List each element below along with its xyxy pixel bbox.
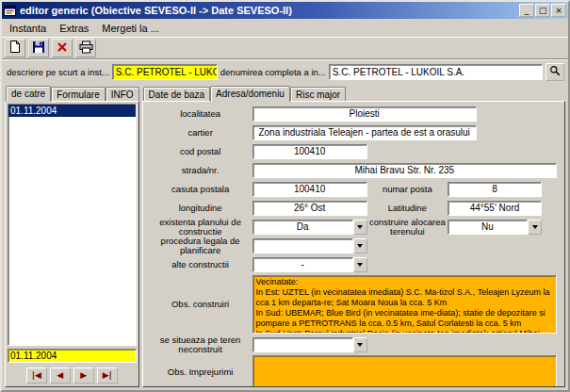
cod-postal-input[interactable]: 100410	[252, 144, 367, 159]
row-casuta-numar: casuta postala 100410 numar posta 8	[149, 180, 559, 198]
full-name-label: denumirea completa a in...	[220, 67, 326, 77]
first-record-button[interactable]: |◀	[26, 368, 47, 384]
strada-label: strada/nr.	[149, 166, 252, 175]
teren-neconstruit-combo[interactable]	[252, 337, 367, 352]
toolbar	[2, 37, 568, 59]
main-area: de catre Formulare INFO 01.11.2004 01.11…	[2, 83, 568, 390]
tab-date-de-baza[interactable]: Date de baza	[143, 87, 211, 101]
full-name-input[interactable]: S.C. PETROTEL - LUKOIL S.A.	[329, 64, 543, 80]
alte-constructii-value: -	[252, 257, 353, 272]
left-panel-body: 01.11.2004 01.11.2004 |◀ ◀ ▶ ▶|	[5, 101, 139, 387]
short-description-label: descriere pe scurt a inst...	[7, 67, 109, 77]
plan-constructie-combo[interactable]: Da	[252, 220, 367, 235]
cartier-input[interactable]: Zona industriala Teleajen - partea de es…	[252, 125, 477, 140]
current-date-field[interactable]: 01.11.2004	[8, 349, 137, 363]
delete-button[interactable]	[52, 39, 73, 57]
printer-icon	[79, 41, 93, 57]
tab-info[interactable]: INFO	[106, 87, 139, 101]
longitudine-input[interactable]: 26° Ost	[252, 201, 367, 216]
magnifier-icon	[549, 65, 561, 79]
row-cartier: cartier Zona industriala Teleajen - part…	[149, 123, 559, 141]
tab-formulare[interactable]: Formulare	[51, 87, 106, 101]
print-button[interactable]	[75, 39, 96, 57]
minimize-button[interactable]: _	[519, 4, 534, 17]
latitudine-label: Latitudine	[367, 204, 448, 213]
longitudine-label: longitudine	[149, 204, 252, 213]
construire-alocare-value: Nu	[448, 220, 528, 235]
list-item-date[interactable]: 01.11.2004	[8, 105, 136, 117]
window-controls: _ □ ×	[519, 4, 566, 17]
localitatea-label: localitatea	[149, 109, 252, 119]
new-document-button[interactable]	[5, 39, 25, 57]
casuta-postala-label: casuta postala	[149, 185, 252, 194]
row-cod-postal: cod postal 100410	[149, 142, 559, 160]
obs-construiri-label: Obs. construiri	[149, 300, 252, 309]
window-title: editor generic (Obiective SEVESO-II -> D…	[20, 5, 516, 16]
row-plan-constructie: existenta planului de constructie Da con…	[149, 218, 559, 236]
title-bar: editor generic (Obiective SEVESO-II -> D…	[2, 2, 568, 19]
numar-posta-input[interactable]: 8	[448, 182, 542, 197]
plan-constructie-value: Da	[252, 220, 353, 235]
cod-postal-label: cod postal	[149, 147, 252, 156]
tab-risc-major[interactable]: Risc major	[290, 87, 346, 101]
tab-adresa-domeniu[interactable]: Adresa/domeniu	[210, 86, 290, 102]
chevron-down-icon[interactable]	[353, 337, 367, 352]
record-navigation: |◀ ◀ ▶ ▶|	[8, 366, 137, 384]
search-button[interactable]	[546, 63, 564, 81]
previous-record-button[interactable]: ◀	[50, 368, 71, 384]
row-obs-imprejurimi: Obs. Imprejurimi	[149, 354, 559, 387]
address-form: localitatea Ploiesti cartier Zona indust…	[142, 101, 565, 387]
menu-extras[interactable]: Extras	[54, 21, 94, 36]
last-record-button[interactable]: ▶|	[97, 368, 118, 384]
procedura-value	[252, 238, 353, 253]
row-strada: strada/nr. Mihai Bravu Str. Nr. 235	[149, 161, 559, 179]
strada-input[interactable]: Mihai Bravu Str. Nr. 235	[252, 163, 557, 178]
numar-posta-label: numar posta	[367, 185, 448, 194]
casuta-postala-input[interactable]: 100410	[252, 182, 367, 197]
menu-bar: Instanta Extras Mergeti la ...	[2, 19, 568, 37]
row-alte-constructii: alte constructii -	[149, 255, 559, 273]
procedura-label: procedura legala de planificare	[149, 237, 252, 255]
menu-instanta[interactable]: Instanta	[4, 21, 52, 36]
chevron-down-icon[interactable]	[353, 257, 367, 272]
close-button[interactable]: ×	[551, 4, 566, 17]
delete-icon	[57, 41, 68, 56]
save-icon	[32, 41, 45, 57]
maximize-button[interactable]: □	[535, 4, 550, 17]
obs-imprejurimi-textarea[interactable]	[252, 355, 557, 387]
obs-construiri-textarea[interactable]: Vecinatate: In Est: UZTEL (in vecinatate…	[252, 275, 557, 334]
row-teren-neconstruit: se situeaza pe teren neconstruit	[149, 335, 559, 353]
row-obs-construiri: Obs. construiri Vecinatate: In Est: UZTE…	[149, 274, 559, 335]
date-list[interactable]: 01.11.2004	[8, 104, 137, 346]
row-procedura: procedura legala de planificare	[149, 237, 559, 254]
alte-constructii-combo[interactable]: -	[252, 257, 367, 272]
left-tab-bar: de catre Formulare INFO	[5, 85, 139, 101]
cartier-label: cartier	[149, 128, 252, 138]
teren-neconstruit-value	[252, 337, 353, 352]
teren-neconstruit-label: se situeaza pe teren neconstruit	[149, 335, 252, 354]
alte-constructii-label: alte constructii	[149, 260, 252, 270]
obs-imprejurimi-label: Obs. Imprejurimi	[149, 368, 252, 377]
right-panel: Date de baza Adresa/domeniu Risc major l…	[142, 85, 565, 387]
procedura-combo[interactable]	[252, 238, 367, 253]
plan-constructie-label: existenta planului de constructie	[149, 218, 252, 237]
chevron-down-icon[interactable]	[528, 220, 542, 235]
construire-alocare-label: construire alocarea terenului	[367, 218, 448, 237]
construire-alocare-combo[interactable]: Nu	[448, 220, 542, 235]
save-button[interactable]	[28, 39, 49, 57]
menu-mergeti-la[interactable]: Mergeti la ...	[96, 21, 165, 36]
localitatea-input[interactable]: Ploiesti	[252, 106, 477, 122]
next-record-button[interactable]: ▶	[73, 368, 94, 384]
latitudine-input[interactable]: 44°55' Nord	[448, 201, 542, 216]
chevron-down-icon[interactable]	[353, 220, 367, 235]
left-panel: de catre Formulare INFO 01.11.2004 01.11…	[5, 85, 139, 387]
row-localitatea: localitatea Ploiesti	[149, 105, 559, 122]
app-icon	[4, 4, 17, 17]
right-tab-bar: Date de baza Adresa/domeniu Risc major	[142, 85, 565, 101]
chevron-down-icon[interactable]	[353, 238, 367, 253]
tab-de-catre[interactable]: de catre	[6, 86, 51, 102]
short-description-input[interactable]: S.C. PETROTEL - LUKOIL S.A.	[112, 64, 218, 80]
app-window: editor generic (Obiective SEVESO-II -> D…	[0, 0, 570, 392]
header-row: descriere pe scurt a inst... S.C. PETROT…	[2, 59, 568, 83]
new-document-icon	[8, 40, 22, 57]
